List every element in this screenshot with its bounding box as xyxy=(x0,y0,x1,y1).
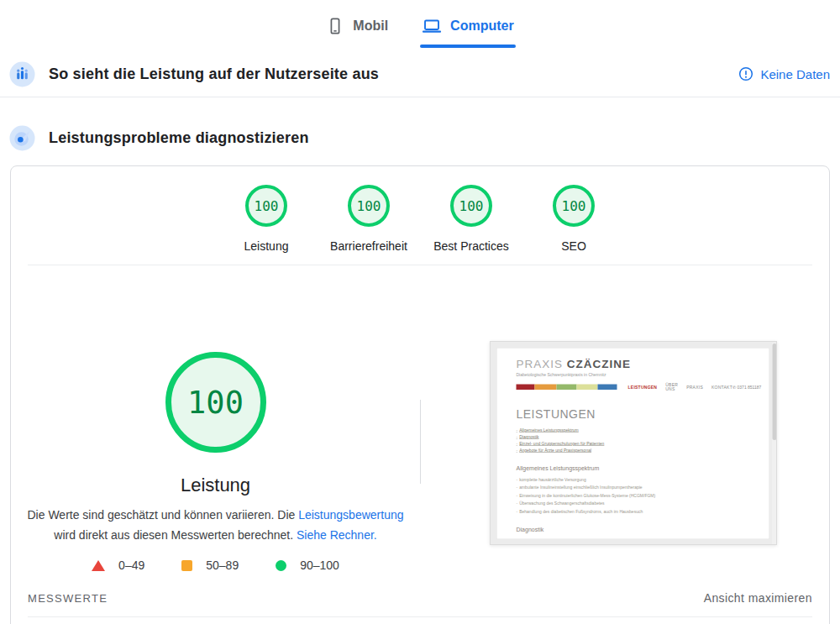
score-best-practices[interactable]: 100 Best Practices xyxy=(420,185,522,254)
tab-mobil-label: Mobil xyxy=(353,18,388,34)
score-label: SEO xyxy=(561,239,586,254)
score-value: 100 xyxy=(255,198,279,214)
tab-computer[interactable]: Computer xyxy=(422,12,514,40)
score-barrierefreiheit[interactable]: 100 Barrierefreiheit xyxy=(318,185,420,254)
screenshot-page-heading: LEISTUNGEN xyxy=(517,407,753,421)
screenshot-service-list: -komplette hausärztliche Versorgung -amb… xyxy=(517,475,753,516)
score-label: Best Practices xyxy=(433,239,508,254)
pagespeed-report: Mobil Computer So sieht die Leistung auf… xyxy=(0,0,840,624)
legend-range-label: 90–100 xyxy=(300,558,339,572)
screenshot-phone-number: ✆ 0371 851187 xyxy=(732,385,761,390)
score-leistung[interactable]: 100 Leistung xyxy=(215,185,318,254)
tab-mobil[interactable]: Mobil xyxy=(326,12,388,40)
messwerte-divider xyxy=(28,616,812,617)
performance-gauge: 100 xyxy=(165,352,266,453)
laptop-icon xyxy=(422,16,442,36)
screenshot-image: PRAXIS CZÄCZINE Diabetologische Schwerpu… xyxy=(491,342,777,545)
header-divider xyxy=(0,97,840,97)
screenshot-toc-link: Einzel- und Gruppenschulungen für Patien… xyxy=(519,441,604,446)
score-range-legend: 0–49 50–89 90–100 xyxy=(92,558,339,572)
screenshot-list-item: Überwachung des Schwangerschaftsdiabetes xyxy=(519,501,604,506)
field-data-header: So sieht die Leistung auf der Nutzerseit… xyxy=(0,60,840,87)
lab-data-icon xyxy=(9,125,35,151)
green-circle-icon xyxy=(276,560,286,571)
screenshot-list-item: ambulante Insulineinstellung einschließl… xyxy=(519,485,642,490)
score-label: Barrierefreiheit xyxy=(330,239,407,254)
screenshot-site-navbar: LEISTUNGEN ÜBER UNS PRAXIS KONTAKT ✆ 037… xyxy=(517,382,753,391)
screenshot-colorbar xyxy=(517,384,617,390)
screenshot-nav-item: PRAXIS xyxy=(686,385,703,390)
screenshot-site-tagline: Diabetologische Schwerpunktpraxis in Che… xyxy=(517,373,753,378)
score-gauge: 100 xyxy=(450,185,492,227)
page-screenshot-thumbnail[interactable]: PRAXIS CZÄCZINE Diabetologische Schwerpu… xyxy=(490,341,777,545)
score-gauge: 100 xyxy=(553,185,595,227)
disclaimer-text-1: Die Werte sind geschätzt und können vari… xyxy=(27,508,298,522)
score-gauge: 100 xyxy=(245,185,287,227)
disclaimer-text-2: wird direkt aus diesen Messwerten berech… xyxy=(54,528,297,542)
screenshot-nav-item: ÜBER UNS xyxy=(665,382,678,391)
screenshot-scrollbar-thumb xyxy=(773,343,777,440)
score-disclaimer: Die Werte sind geschätzt und können vari… xyxy=(23,505,409,545)
screenshot-list-item: sofortige Verfügbarkeit wichtiger Stoffw… xyxy=(519,539,702,540)
messwerte-label: MESSWERTE xyxy=(28,592,108,605)
screenshot-list-item: Einweisung in die kontinuierlichen Gluko… xyxy=(519,493,655,498)
screenshot-list-item: komplette hausärztliche Versorgung xyxy=(519,477,585,482)
active-tab-underline xyxy=(420,45,516,48)
legend-range-label: 50–89 xyxy=(206,558,239,572)
screenshot-nav-item: KONTAKT xyxy=(711,385,732,390)
screenshot-toc-link: Allgemeines Leistungsspektrum xyxy=(519,427,579,433)
smartphone-icon xyxy=(326,17,344,35)
info-icon xyxy=(738,66,753,81)
messwerte-header-row: MESSWERTE Ansicht maximieren xyxy=(28,590,812,606)
screenshot-toc-list: -Allgemeines Leistungsspektrum -Diagnost… xyxy=(517,427,753,454)
no-data-label: Keine Daten xyxy=(760,67,830,81)
legend-fail-range: 0–49 xyxy=(92,558,144,572)
siehe-rechner-link[interactable]: Siehe Rechner. xyxy=(297,528,377,542)
screenshot-diagnostik-list: -sofortige Verfügbarkeit wichtiger Stoff… xyxy=(517,537,753,540)
red-triangle-icon xyxy=(92,560,105,571)
no-data-link[interactable]: Keine Daten xyxy=(738,66,832,81)
screenshot-page: PRAXIS CZÄCZINE Diabetologische Schwerpu… xyxy=(496,348,769,539)
score-seo[interactable]: 100 SEO xyxy=(522,185,625,254)
screenshot-section-heading: Diagnostik xyxy=(517,527,753,533)
score-value: 100 xyxy=(562,198,586,214)
orange-square-icon xyxy=(181,560,192,571)
legend-pass-range: 90–100 xyxy=(276,558,339,572)
maximize-view-button[interactable]: Ansicht maximieren xyxy=(704,591,812,605)
screenshot-scrollbar xyxy=(772,343,777,544)
legend-range-label: 0–49 xyxy=(118,558,144,572)
screenshot-section-heading: Allgemeines Leistungsspektrum xyxy=(517,464,753,471)
score-value: 100 xyxy=(459,198,484,214)
category-scores-row: 100 Leistung 100 Barrierefreiheit 100 Be… xyxy=(11,166,829,254)
performance-gauge-column: 100 Leistung Die Werte sind geschätzt un… xyxy=(11,265,420,577)
screenshot-column: PRAXIS CZÄCZINE Diabetologische Schwerpu… xyxy=(420,265,829,577)
performance-score-value: 100 xyxy=(187,385,244,421)
legend-average-range: 50–89 xyxy=(181,558,239,572)
performance-main-area: 100 Leistung Die Werte sind geschätzt un… xyxy=(11,265,829,577)
lab-data-header: Leistungsprobleme diagnostizieren xyxy=(0,124,840,151)
screenshot-list-item: Behandlung des diabetischen Fußsyndroms,… xyxy=(519,509,643,514)
lab-section-title: Leistungsprobleme diagnostizieren xyxy=(49,129,309,147)
score-label: Leistung xyxy=(244,239,289,254)
screenshot-toc-link: Diagnostik xyxy=(519,434,538,439)
screenshot-nav-item: LEISTUNGEN xyxy=(628,385,658,390)
field-section-title: So sieht die Leistung auf der Nutzerseit… xyxy=(49,66,379,83)
lighthouse-card: 100 Leistung 100 Barrierefreiheit 100 Be… xyxy=(10,165,830,624)
device-tabbar: Mobil Computer xyxy=(0,0,840,40)
screenshot-site-brand: PRAXIS CZÄCZINE xyxy=(517,358,753,371)
score-value: 100 xyxy=(357,198,381,214)
field-data-icon xyxy=(9,61,35,87)
performance-gauge-label: Leistung xyxy=(181,473,250,498)
leistungsbewertung-link[interactable]: Leistungsbewertung xyxy=(298,508,403,522)
screenshot-toc-link: Angebote für Ärzte und Praxispersonal xyxy=(519,448,591,453)
score-gauge: 100 xyxy=(348,185,390,227)
tab-computer-label: Computer xyxy=(450,18,514,34)
